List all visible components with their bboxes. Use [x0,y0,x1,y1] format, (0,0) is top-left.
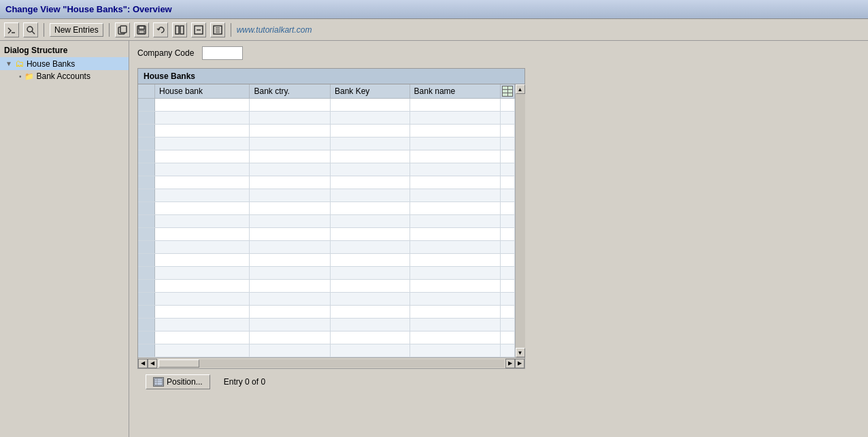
cell-bank-ctry[interactable] [250,112,331,125]
cell-bank-ctry[interactable] [250,176,331,189]
cell-bank-name[interactable] [410,228,500,241]
row-selector-cell[interactable] [138,163,155,176]
cell-bank-key[interactable] [331,189,410,202]
row-selector-cell[interactable] [138,99,155,112]
scroll-left-first[interactable]: ◀ [138,359,148,368]
table-row[interactable] [138,319,515,331]
row-selector-cell[interactable] [138,306,155,319]
cell-bank-name[interactable] [410,280,500,293]
cell-house-bank[interactable] [155,189,250,202]
cell-house-bank[interactable] [155,163,250,176]
table-row[interactable] [138,344,515,357]
cell-house-bank[interactable] [155,176,250,189]
table-row[interactable] [138,189,515,202]
table-row[interactable] [138,112,515,125]
table-row[interactable] [138,137,515,150]
cell-bank-ctry[interactable] [250,189,331,202]
cell-bank-ctry[interactable] [250,150,331,163]
table-row[interactable] [138,176,515,189]
cell-bank-key[interactable] [331,163,410,176]
row-selector-cell[interactable] [138,319,155,331]
table-row[interactable] [138,228,515,241]
vertical-scrollbar[interactable]: ▲ ▼ [515,84,524,357]
scroll-track-v[interactable] [516,94,525,348]
cell-bank-key[interactable] [331,241,410,254]
cell-bank-ctry[interactable] [250,319,331,331]
table-row[interactable] [138,306,515,319]
cell-bank-key[interactable] [331,319,410,331]
row-selector-cell[interactable] [138,112,155,125]
table-row[interactable] [138,99,515,112]
cell-bank-name[interactable] [410,137,500,150]
scroll-up-arrow[interactable]: ▲ [516,84,525,94]
col-header-grid-icon[interactable] [501,84,515,99]
cell-bank-ctry[interactable] [250,254,331,267]
position-button[interactable]: Position... [146,374,210,389]
row-selector-cell[interactable] [138,228,155,241]
cell-house-bank[interactable] [155,150,250,163]
table-row[interactable] [138,125,515,137]
scroll-thumb-h[interactable] [158,359,199,368]
table-row[interactable] [138,293,515,306]
scroll-right-arrow[interactable]: ▶ [505,359,515,368]
tool-btn-2[interactable] [23,22,38,37]
cell-house-bank[interactable] [155,215,250,228]
table-row[interactable] [138,331,515,344]
cell-bank-ctry[interactable] [250,163,331,176]
cell-bank-key[interactable] [331,112,410,125]
row-selector-cell[interactable] [138,150,155,163]
cell-bank-key[interactable] [331,125,410,137]
cell-bank-name[interactable] [410,189,500,202]
cell-bank-key[interactable] [331,137,410,150]
row-selector-cell[interactable] [138,189,155,202]
cell-bank-name[interactable] [410,215,500,228]
cell-bank-key[interactable] [331,344,410,357]
cell-bank-key[interactable] [331,293,410,306]
scroll-down-arrow[interactable]: ▼ [516,348,525,357]
cell-bank-name[interactable] [410,163,500,176]
cell-house-bank[interactable] [155,228,250,241]
cell-bank-name[interactable] [410,344,500,357]
cell-bank-key[interactable] [331,99,410,112]
cell-bank-key[interactable] [331,202,410,215]
cell-bank-name[interactable] [410,202,500,215]
cell-house-bank[interactable] [155,344,250,357]
row-selector-cell[interactable] [138,202,155,215]
company-code-input[interactable] [202,46,243,60]
cell-bank-key[interactable] [331,254,410,267]
row-selector-cell[interactable] [138,331,155,344]
cell-bank-key[interactable] [331,306,410,319]
scroll-right-last[interactable]: ▶ [515,359,524,368]
cell-house-bank[interactable] [155,306,250,319]
table-row[interactable] [138,267,515,280]
tool-btn-save[interactable] [134,22,149,37]
tool-btn-5[interactable] [210,22,225,37]
cell-bank-name[interactable] [410,99,500,112]
cell-bank-ctry[interactable] [250,137,331,150]
cell-house-bank[interactable] [155,293,250,306]
cell-bank-key[interactable] [331,150,410,163]
cell-bank-key[interactable] [331,280,410,293]
table-row[interactable] [138,163,515,176]
cell-bank-name[interactable] [410,319,500,331]
table-row[interactable] [138,215,515,228]
cell-bank-ctry[interactable] [250,202,331,215]
row-selector-cell[interactable] [138,176,155,189]
cell-bank-key[interactable] [331,176,410,189]
row-selector-cell[interactable] [138,241,155,254]
tool-btn-3[interactable] [172,22,187,37]
cell-house-bank[interactable] [155,112,250,125]
table-row[interactable] [138,150,515,163]
row-selector-cell[interactable] [138,267,155,280]
row-selector-cell[interactable] [138,215,155,228]
cell-bank-name[interactable] [410,150,500,163]
cell-house-bank[interactable] [155,137,250,150]
table-row[interactable] [138,202,515,215]
cell-house-bank[interactable] [155,202,250,215]
cell-bank-ctry[interactable] [250,293,331,306]
grid-settings-icon[interactable] [502,86,513,97]
table-row[interactable] [138,241,515,254]
cell-bank-name[interactable] [410,112,500,125]
row-selector-cell[interactable] [138,344,155,357]
cell-bank-ctry[interactable] [250,267,331,280]
